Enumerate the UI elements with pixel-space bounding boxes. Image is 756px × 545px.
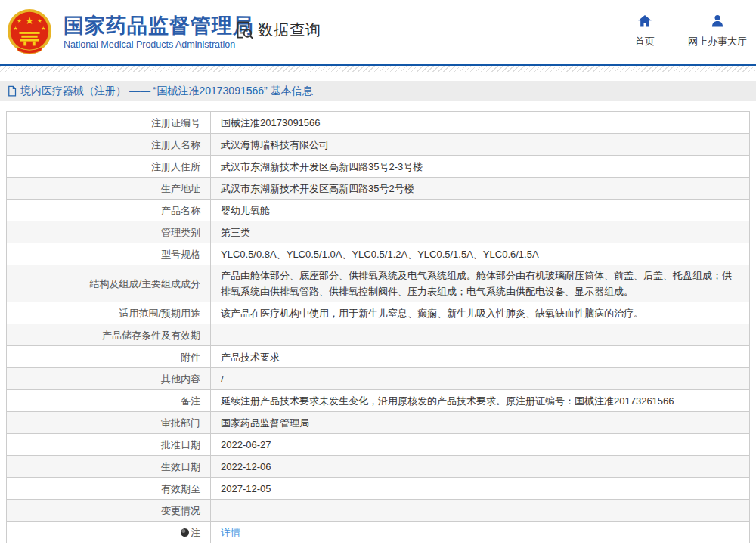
nav-home[interactable]: 首页	[626, 14, 664, 48]
table-row: 有效期至2027-12-05	[7, 478, 750, 500]
row-label-cell: 适用范围/预期用途	[7, 302, 211, 324]
svg-text:★: ★	[17, 18, 21, 23]
table-row: 生产地址武汉市东湖新技术开发区高新四路35号2号楼	[7, 178, 750, 200]
table-row: 产品名称婴幼儿氧舱	[7, 200, 750, 221]
info-table-body: 注册证编号国械注准20173091566注册人名称武汉海博瑞科技有限公司注册人住…	[7, 112, 750, 543]
row-label-cell: 型号规格	[7, 243, 211, 265]
row-label: 生效日期	[161, 461, 200, 472]
row-value-cell: 国家药品监督管理局	[211, 412, 750, 434]
svg-text:★: ★	[25, 15, 34, 26]
table-row: 注册人名称武汉海博瑞科技有限公司	[7, 134, 750, 156]
table-row: 管理类别第三类	[7, 221, 750, 243]
svg-text:★: ★	[41, 26, 45, 31]
row-label: 批准日期	[161, 439, 200, 451]
row-label: 有效期至	[161, 483, 200, 494]
row-value-cell: 国械注准20173091566	[211, 112, 750, 134]
row-label-cell: 批准日期	[7, 434, 211, 456]
row-label: 注册人住所	[151, 161, 200, 172]
breadcrumb-text: 境内医疗器械（注册） —— “国械注准20173091566” 基本信息	[20, 85, 313, 98]
row-value-cell: 武汉市东湖新技术开发区高新四路35号2-3号楼	[211, 156, 750, 178]
row-value-cell	[211, 500, 750, 522]
nav-service-hall[interactable]: 网上办事大厅	[688, 14, 747, 48]
table-row: 注册人住所武汉市东湖新技术开发区高新四路35号2-3号楼	[7, 156, 750, 178]
document-icon	[6, 85, 17, 97]
row-value-cell: 武汉市东湖新技术开发区高新四路35号2号楼	[211, 178, 750, 200]
svg-text:★: ★	[14, 26, 18, 31]
table-row: 审批部门国家药品监督管理局	[7, 412, 750, 434]
table-row: 生效日期2022-12-06	[7, 456, 750, 478]
row-label: 审批部门	[161, 417, 200, 429]
row-label: 变更情况	[161, 505, 200, 516]
row-label: 管理类别	[161, 227, 200, 238]
detail-link[interactable]: 详情	[221, 527, 240, 538]
row-value-cell: 2022-12-06	[211, 456, 750, 478]
row-label-cell: 产品名称	[7, 200, 211, 221]
brand: ★ ★ ★ ★ ★ 国家药品监督管理局 National Medical Pro…	[6, 8, 254, 55]
data-query-label: 数据查询	[258, 20, 321, 40]
row-label: 适用范围/预期用途	[119, 308, 200, 319]
row-label-cell: 注册证编号	[7, 112, 211, 134]
svg-text:★: ★	[38, 18, 42, 23]
row-value-cell: YLC0.5/0.8A、YLC0.5/1.0A、YLC0.5/1.2A、YLC0…	[211, 243, 750, 265]
data-query-section[interactable]: 数据查询	[234, 20, 321, 40]
table-row: 备注延续注册产品技术要求未发生变化，沿用原核发的产品技术要求。原注册证编号：国械…	[7, 390, 750, 412]
row-value-cell: 该产品在医疗机构中使用，用于新生儿窒息、癫痫、新生儿吸入性肺炎、缺氧缺血性脑病的…	[211, 302, 750, 324]
row-label-cell: 管理类别	[7, 221, 211, 243]
home-icon	[637, 14, 652, 29]
table-row: 变更情况	[7, 500, 750, 522]
row-label-cell: 产品储存条件及有效期	[7, 324, 211, 346]
row-label-cell: 变更情况	[7, 500, 211, 522]
row-label: 注	[191, 527, 200, 538]
row-label: 型号规格	[161, 249, 200, 260]
row-label-cell: 注册人住所	[7, 156, 211, 178]
row-label: 注册证编号	[151, 117, 200, 129]
registration-info-table: 注册证编号国械注准20173091566注册人名称武汉海博瑞科技有限公司注册人住…	[6, 111, 750, 543]
row-label-cell: 附件	[7, 346, 211, 368]
note-icon	[181, 528, 189, 537]
row-value-cell: 详情	[211, 522, 750, 543]
row-label-cell: 生产地址	[7, 178, 211, 200]
row-value-cell: 武汉海博瑞科技有限公司	[211, 134, 750, 156]
row-label-cell: 注	[7, 522, 211, 543]
row-label: 附件	[181, 351, 200, 363]
nav-service-hall-label: 网上办事大厅	[688, 35, 747, 48]
data-query-icon	[234, 20, 255, 40]
row-label: 注册人名称	[151, 139, 200, 150]
table-row: 批准日期2022-06-27	[7, 434, 750, 456]
row-label: 产品名称	[161, 205, 200, 216]
row-value-cell: 婴幼儿氧舱	[211, 200, 750, 221]
table-row: 注册证编号国械注准20173091566	[7, 112, 750, 134]
registration-info-table-wrap: 注册证编号国械注准20173091566注册人名称武汉海博瑞科技有限公司注册人住…	[6, 111, 750, 543]
row-label-cell: 注册人名称	[7, 134, 211, 156]
national-emblem-logo: ★ ★ ★ ★ ★	[6, 8, 53, 55]
table-row: 产品储存条件及有效期	[7, 324, 750, 346]
org-name-en: National Medical Products Administration	[64, 39, 254, 50]
row-value-cell: 2022-06-27	[211, 434, 750, 456]
row-label: 其他内容	[161, 373, 200, 385]
nav-home-label: 首页	[635, 35, 655, 48]
brand-text: 国家药品监督管理局 National Medical Products Admi…	[64, 14, 254, 50]
breadcrumb: 境内医疗器械（注册） —— “国械注准20173091566” 基本信息	[0, 81, 756, 101]
org-name-cn: 国家药品监督管理局	[64, 14, 254, 37]
page-header: ★ ★ ★ ★ ★ 国家药品监督管理局 National Medical Pro…	[0, 0, 756, 66]
table-row: 结构及组成/主要组成成分产品由舱体部分、底座部分、供排氧系统及电气系统组成。舱体…	[7, 265, 750, 302]
row-value-cell	[211, 324, 750, 346]
row-label: 备注	[181, 395, 200, 407]
row-value-cell: /	[211, 368, 750, 390]
row-value-cell: 产品技术要求	[211, 346, 750, 368]
table-row: 附件产品技术要求	[7, 346, 750, 368]
row-label: 结构及组成/主要组成成分	[89, 278, 200, 290]
row-value-cell: 第三类	[211, 221, 750, 243]
row-label-cell: 备注	[7, 390, 211, 412]
row-value-cell: 延续注册产品技术要求未发生变化，沿用原核发的产品技术要求。原注册证编号：国械注准…	[211, 390, 750, 412]
table-row: 型号规格YLC0.5/0.8A、YLC0.5/1.0A、YLC0.5/1.2A、…	[7, 243, 750, 265]
table-row: 适用范围/预期用途该产品在医疗机构中使用，用于新生儿窒息、癫痫、新生儿吸入性肺炎…	[7, 302, 750, 324]
row-label-cell: 结构及组成/主要组成成分	[7, 265, 211, 302]
row-label-cell: 审批部门	[7, 412, 211, 434]
top-nav: 首页 网上办事大厅	[626, 14, 747, 48]
person-icon	[710, 14, 725, 29]
table-row: 注详情	[7, 522, 750, 543]
row-label: 生产地址	[161, 183, 200, 194]
table-row: 其他内容/	[7, 368, 750, 390]
row-label-cell: 有效期至	[7, 478, 211, 500]
